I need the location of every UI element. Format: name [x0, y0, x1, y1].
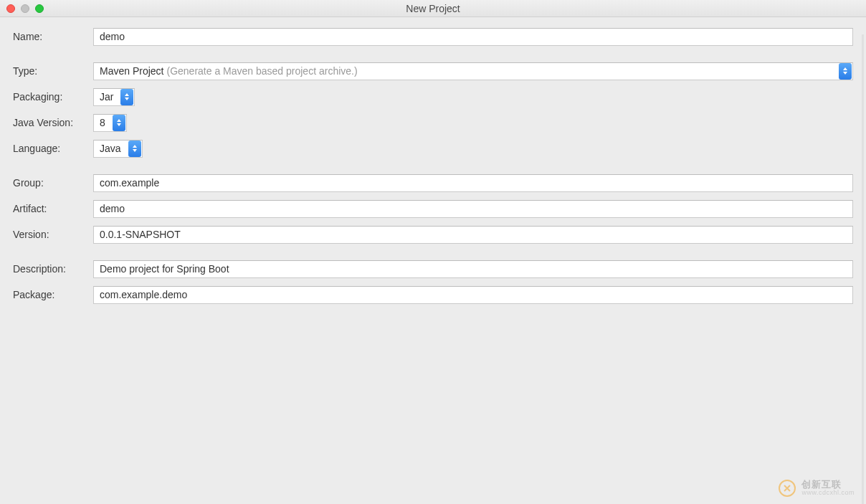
chevron-updown-icon	[128, 141, 141, 157]
label-package: Package:	[13, 289, 93, 300]
row-type: Type: Maven Project (Generate a Maven ba…	[13, 62, 853, 80]
label-description: Description:	[13, 263, 93, 275]
language-select[interactable]: Java	[93, 140, 143, 158]
description-input[interactable]	[93, 260, 853, 278]
row-version: Version:	[13, 225, 853, 244]
label-java-version: Java Version:	[13, 117, 93, 128]
watermark-cn: 创新互联	[801, 480, 855, 490]
packaging-select[interactable]: Jar	[93, 88, 135, 106]
chevron-updown-icon	[839, 63, 852, 80]
watermark: 创新互联 www.cdcxhl.com	[779, 480, 855, 497]
language-value: Java	[100, 143, 124, 154]
titlebar: New Project	[0, 0, 866, 17]
label-language: Language:	[13, 143, 93, 154]
name-input[interactable]	[93, 28, 853, 46]
label-version: Version:	[13, 229, 93, 240]
java-version-select[interactable]: 8	[93, 114, 127, 132]
zoom-icon[interactable]	[35, 4, 44, 13]
row-name: Name:	[13, 27, 853, 46]
row-description: Description:	[13, 260, 853, 278]
row-package: Package:	[13, 285, 853, 304]
package-input[interactable]	[93, 286, 853, 304]
version-input[interactable]	[93, 226, 853, 244]
java-version-value: 8	[100, 117, 108, 128]
chevron-updown-icon	[120, 89, 133, 105]
row-artifact: Artifact:	[13, 199, 853, 218]
chevron-updown-icon	[113, 115, 125, 131]
packaging-value: Jar	[100, 91, 116, 103]
watermark-en: www.cdcxhl.com	[801, 490, 855, 497]
close-icon[interactable]	[6, 4, 15, 13]
label-group: Group:	[13, 177, 93, 189]
artifact-input[interactable]	[93, 200, 853, 218]
type-value: Maven Project	[100, 65, 166, 77]
new-project-form: Name: Type: Maven Project (Generate a Ma…	[0, 17, 866, 321]
row-java-version: Java Version: 8	[13, 113, 853, 132]
type-select[interactable]: Maven Project (Generate a Maven based pr…	[93, 62, 853, 80]
logo-icon	[779, 480, 796, 497]
label-name: Name:	[13, 31, 93, 42]
row-packaging: Packaging: Jar	[13, 87, 853, 106]
window-controls	[6, 4, 44, 13]
row-language: Language: Java	[13, 139, 853, 158]
right-edge	[862, 34, 864, 504]
window-body: Name: Type: Maven Project (Generate a Ma…	[0, 17, 866, 504]
group-input[interactable]	[93, 174, 853, 192]
row-group: Group:	[13, 173, 853, 192]
window-title: New Project	[0, 2, 866, 14]
type-hint: (Generate a Maven based project archive.…	[166, 65, 360, 77]
label-packaging: Packaging:	[13, 91, 93, 103]
minimize-icon	[21, 4, 29, 13]
label-artifact: Artifact:	[13, 203, 93, 214]
label-type: Type:	[13, 65, 93, 77]
